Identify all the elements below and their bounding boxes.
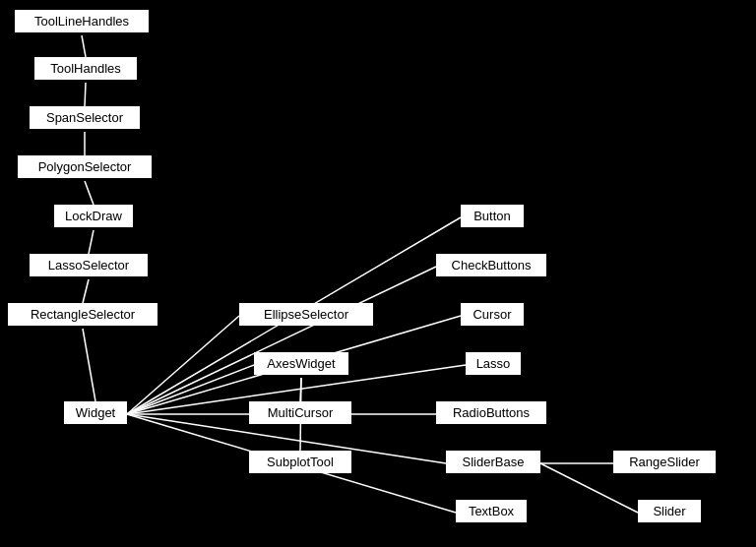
node-rectangleselector: RectangleSelector [8,303,158,326]
node-slider: Slider [638,500,701,522]
node-widget: Widget [64,401,127,424]
node-multicursor: MultiCursor [249,401,351,424]
node-lasso: Lasso [466,352,521,375]
svg-line-3 [85,181,94,205]
svg-line-12 [127,267,436,414]
node-textbox: TextBox [456,500,527,522]
node-axeswidget: AxesWidget [254,352,348,375]
node-subplottool: SubplotTool [249,451,351,473]
node-toollinehandles: ToolLineHandles [15,10,149,32]
node-spanselector: SpanSelector [30,106,140,129]
node-cursor: Cursor [461,303,524,326]
svg-line-8 [127,365,254,414]
node-rangeslider: RangeSlider [613,451,716,473]
svg-line-1 [85,83,86,106]
svg-line-9 [300,378,301,401]
svg-line-5 [83,279,89,303]
svg-line-7 [127,316,239,414]
svg-line-0 [82,35,86,57]
node-lockdraw: LockDraw [54,205,133,227]
node-radiobuttons: RadioButtons [436,401,546,424]
svg-line-6 [83,329,95,401]
node-polygonselector: PolygonSelector [18,155,152,178]
svg-line-4 [89,230,94,254]
node-ellipseselector: EllipseSelector [239,303,373,326]
node-button: Button [461,205,524,227]
node-toolhandles: ToolHandles [34,57,137,80]
node-sliderbase: SliderBase [446,451,540,473]
node-lassoselector: LassoSelector [30,254,148,276]
node-checkbuttons: CheckButtons [436,254,546,276]
